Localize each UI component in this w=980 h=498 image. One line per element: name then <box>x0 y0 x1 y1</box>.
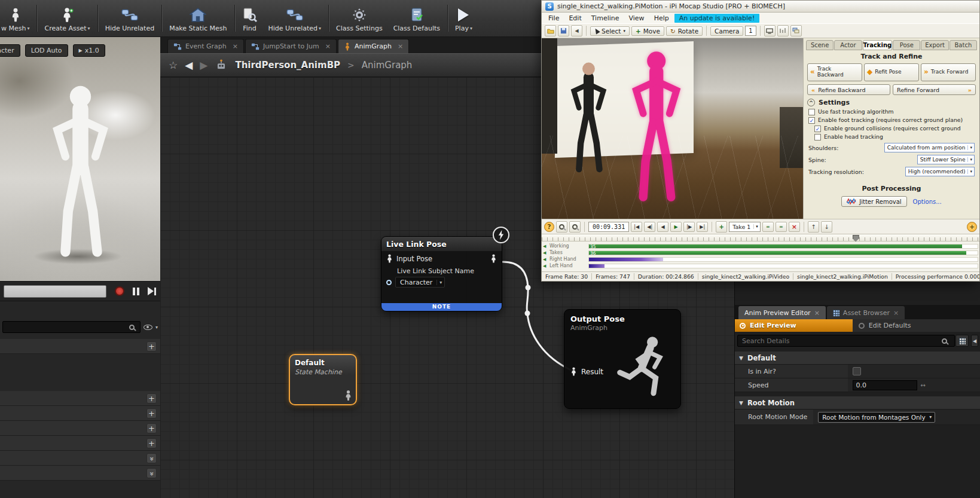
speed-input[interactable] <box>853 380 917 390</box>
node-output-pose[interactable]: Output Pose AnimGraph Result <box>564 309 681 409</box>
tab-tracking[interactable]: Tracking <box>863 40 893 50</box>
tab-batch[interactable]: Batch <box>950 40 977 50</box>
add-marker-icon[interactable]: + <box>967 222 977 232</box>
settings-header[interactable]: ^ Settings <box>807 99 976 106</box>
play-backward-button[interactable]: ◀ <box>657 222 668 232</box>
close-icon[interactable]: × <box>398 42 403 50</box>
hide-unrelated-button[interactable]: Hide Unrelated <box>100 1 160 35</box>
is-in-air-checkbox[interactable]: ✓ <box>853 367 861 375</box>
panel-collapse-button[interactable]: ◀ <box>971 335 978 347</box>
track-arrow-icon[interactable]: ◀ <box>543 257 548 262</box>
hide-unrelated-2-button[interactable]: Hide Unrelated▾ <box>263 1 327 35</box>
tab-event-graph[interactable]: Event Graph × <box>167 39 244 53</box>
checkbox-fast-tracking[interactable]: ✓ Use fast tracking algorithm <box>808 109 975 115</box>
options-link[interactable]: Options... <box>913 198 942 205</box>
levels-icon[interactable] <box>777 25 789 36</box>
move-down-icon[interactable]: ↓ <box>821 221 832 233</box>
save-icon[interactable] <box>558 25 569 36</box>
pause-button[interactable] <box>133 288 139 295</box>
zoom-out-icon[interactable] <box>556 221 567 233</box>
menu-timeline[interactable]: Timeline <box>587 14 624 23</box>
create-asset-button[interactable]: Create Asset▾ <box>39 1 95 35</box>
root-motion-mode-dropdown[interactable]: Root Motion from Montages Only ▾ <box>818 412 935 423</box>
checkbox-ground-collisions[interactable]: ✓ Enable ground collisions (requires cor… <box>814 126 975 132</box>
chevron-down-icon[interactable]: ▾ <box>155 325 158 330</box>
playhead-marker[interactable] <box>853 235 859 242</box>
track-lane[interactable]: 36 <box>588 250 978 255</box>
refit-pose-button[interactable]: ◆ Refit Pose <box>864 63 919 81</box>
preview-viewport[interactable]: aracter LOD Auto ▶x1.0 <box>0 37 160 281</box>
checkbox-icon[interactable]: ✓ <box>814 134 821 140</box>
character-button[interactable]: aracter <box>0 44 20 57</box>
checkbox-icon[interactable]: ✓ <box>808 117 815 124</box>
forward-icon[interactable]: ▶ <box>200 59 207 71</box>
shoulders-dropdown[interactable]: Calculated from arm position ▾ <box>884 143 975 152</box>
track-list-button[interactable]: ≡ <box>776 222 787 232</box>
step-forward-button[interactable] <box>148 287 156 295</box>
delete-take-button[interactable]: × <box>789 222 800 232</box>
tab-animgraph[interactable]: AnimGraph × <box>338 39 409 53</box>
undo-icon[interactable]: ◀ <box>571 25 582 36</box>
track-working[interactable]: ◀ Working 35 <box>543 243 978 249</box>
track-takes[interactable]: ◀ Takes 36 <box>543 249 978 256</box>
list-item[interactable]: + <box>0 436 160 451</box>
refine-backward-button[interactable]: « Refine Backward <box>807 84 890 95</box>
subject-name-dropdown[interactable]: Character ▾ <box>395 277 445 288</box>
add-button[interactable]: + <box>146 393 157 404</box>
breadcrumb-root[interactable]: ThirdPerson_AnimBP <box>235 60 340 71</box>
make-static-mesh-button[interactable]: Make Static Mesh <box>164 1 232 35</box>
track-backward-button[interactable]: « Track Backward <box>807 63 862 81</box>
preview-mesh-button[interactable]: w Mesh▾ <box>0 1 35 35</box>
tracking-resolution-dropdown[interactable]: High (recommended) ▾ <box>905 167 975 176</box>
add-button[interactable]: + <box>146 438 157 448</box>
tab-asset-browser[interactable]: Asset Browser × <box>827 306 905 319</box>
tracked-skeleton-figure[interactable] <box>618 45 695 208</box>
add-button[interactable]: + <box>146 408 157 418</box>
result-pin-icon[interactable] <box>570 367 577 376</box>
add-take-icon[interactable]: + <box>716 221 727 233</box>
rotate-tool-button[interactable]: ↻ Rotate <box>666 26 703 36</box>
preview-name-field[interactable] <box>4 285 106 298</box>
menu-edit[interactable]: Edit <box>564 14 585 23</box>
play-button[interactable]: ▶ <box>670 222 682 232</box>
find-button[interactable]: Find <box>237 1 263 35</box>
list-item[interactable]: » <box>0 466 160 481</box>
layers-icon[interactable] <box>790 25 802 36</box>
tab-actor[interactable]: Actor <box>834 40 862 50</box>
camera-button[interactable]: Camera <box>710 26 743 36</box>
checkbox-icon[interactable]: ✓ <box>808 109 815 115</box>
section-root-motion[interactable]: ▼ Root Motion <box>735 396 980 410</box>
close-icon[interactable]: × <box>325 42 331 50</box>
track-lane[interactable] <box>588 264 978 268</box>
go-to-end-button[interactable]: ▶| <box>697 222 708 232</box>
lod-auto-button[interactable]: LOD Auto <box>25 44 68 57</box>
frame-forward-button[interactable]: |▶ <box>683 222 695 232</box>
refine-forward-button[interactable]: Refine Forward » <box>893 84 976 95</box>
tab-anim-preview-editor[interactable]: Anim Preview Editor × <box>738 306 826 319</box>
ipi-mocap-studio-window[interactable]: S single_kinect2_walking.PiMotion - iPi … <box>541 0 980 282</box>
value-drag-icon[interactable]: ↔ <box>921 382 926 389</box>
take-selector[interactable]: Take 1 ▾ <box>729 222 761 232</box>
tab-export[interactable]: Export <box>921 40 948 50</box>
monitor-icon[interactable] <box>764 25 776 36</box>
wire-reroute-dot[interactable] <box>526 285 531 291</box>
video-viewport[interactable] <box>542 38 804 219</box>
breadcrumb-current[interactable]: AnimGraph <box>362 60 413 71</box>
class-settings-button[interactable]: Class Settings <box>331 1 388 35</box>
jitter-removal-button[interactable]: Jitter Removal <box>841 196 906 207</box>
menu-file[interactable]: File <box>544 14 563 23</box>
tab-pose[interactable]: Pose <box>893 40 920 50</box>
help-icon[interactable]: ? <box>544 222 554 232</box>
close-icon[interactable]: × <box>233 42 238 50</box>
class-defaults-button[interactable]: Class Defaults <box>388 1 445 35</box>
add-button[interactable]: + <box>146 423 157 433</box>
output-pose-pin-icon[interactable] <box>490 254 497 263</box>
select-tool-button[interactable]: Select ▾ <box>590 26 630 36</box>
playback-speed-button[interactable]: ▶x1.0 <box>73 44 105 57</box>
open-file-icon[interactable] <box>545 25 556 36</box>
eye-filter-icon[interactable] <box>144 325 152 330</box>
camera-number-box[interactable]: 1 <box>745 26 756 36</box>
collapse-icon[interactable]: ^ <box>807 99 815 106</box>
expand-button[interactable]: » <box>146 453 157 463</box>
list-item[interactable]: + <box>0 406 160 421</box>
